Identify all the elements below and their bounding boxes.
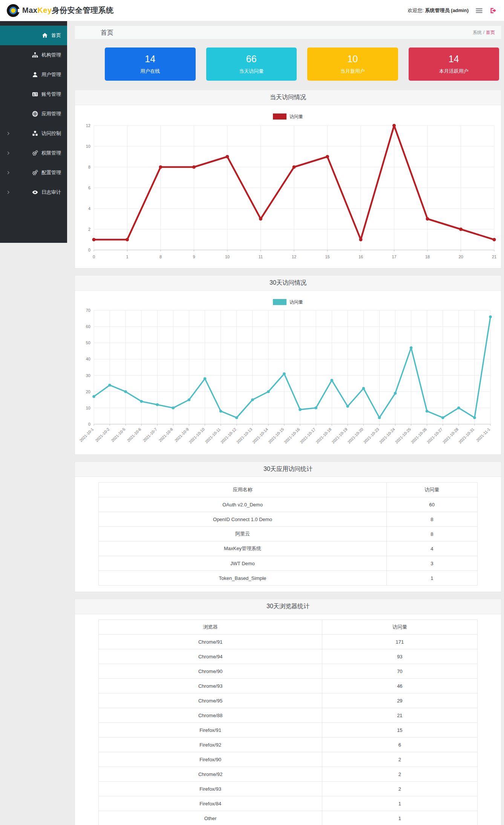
hamburger-icon[interactable] xyxy=(475,7,483,14)
brand: MaxKey身份安全管理系统 xyxy=(7,4,114,17)
svg-text:1: 1 xyxy=(126,255,128,259)
sitemap-icon xyxy=(32,52,38,58)
table-cell: 2 xyxy=(322,782,477,796)
svg-text:2021-10-12: 2021-10-12 xyxy=(220,427,237,445)
chevron-right-icon xyxy=(6,170,11,175)
brand-key: Key xyxy=(37,6,52,14)
table-cell: Firefox/91 xyxy=(99,723,322,738)
table-row: Chrome/9529 xyxy=(99,693,478,708)
stat-card-1: 66当天访问量 xyxy=(206,48,297,81)
svg-text:2021-10-26: 2021-10-26 xyxy=(410,427,428,445)
svg-text:2021-10-15: 2021-10-15 xyxy=(267,427,285,445)
table-row: Chrome/91171 xyxy=(99,635,478,649)
svg-text:2021-10-2: 2021-10-2 xyxy=(94,427,110,443)
brand-max: Max xyxy=(22,6,37,14)
table-cell: Token_Based_Simple xyxy=(99,571,387,586)
sidebar-item-4[interactable]: 应用管理 xyxy=(0,104,67,124)
svg-text:70: 70 xyxy=(86,308,90,313)
table-row: Firefox/926 xyxy=(99,738,478,752)
svg-text:2021-10-5: 2021-10-5 xyxy=(110,427,126,443)
maxkey-logo-icon xyxy=(7,4,20,17)
table-card-browser-stats: 30天浏览器统计 浏览器访问量Chrome/91171Chrome/9493Ch… xyxy=(75,599,501,825)
stat-value: 14 xyxy=(449,54,459,64)
svg-text:21: 21 xyxy=(492,255,496,259)
table-cell: Firefox/84 xyxy=(99,796,322,811)
table-cell: 93 xyxy=(322,649,477,664)
table-cell: 6 xyxy=(322,738,477,752)
table-header-row: 应用名称访问量 xyxy=(99,483,478,497)
sidebar-item-7[interactable]: 配置管理 xyxy=(0,163,67,182)
table-row: Chrome/9346 xyxy=(99,679,478,693)
chart-legend[interactable]: 访问量 xyxy=(75,105,501,122)
table-cell: MaxKey管理系统 xyxy=(99,541,387,556)
svg-text:2021-10-24: 2021-10-24 xyxy=(378,427,396,445)
sidebar-item-label: 日志审计 xyxy=(41,189,61,196)
logout-icon[interactable] xyxy=(490,7,497,14)
sidebar-item-5[interactable]: 访问控制 xyxy=(0,124,67,143)
table-wrap-app-stats: 应用名称访问量OAuth v2.0_Demo60OpenID Connect 1… xyxy=(75,477,501,592)
svg-text:2021-10-18: 2021-10-18 xyxy=(315,427,332,445)
svg-text:0: 0 xyxy=(93,255,95,259)
stat-cards-row: 14用户在线66当天访问量10当月新用户14本月活跃用户 xyxy=(105,48,499,81)
table-cell: Chrome/95 xyxy=(99,693,322,708)
id-card-icon xyxy=(32,91,38,97)
sidebar-item-label: 应用管理 xyxy=(41,110,61,117)
chart-card-today: 当天访问情况 访问量024681012018910111215161718202… xyxy=(75,90,501,268)
legend-swatch-icon xyxy=(273,299,286,305)
sidebar-item-label: 用户管理 xyxy=(41,71,61,78)
table-cell: Firefox/93 xyxy=(99,782,322,796)
stats-table-0: 应用名称访问量OAuth v2.0_Demo60OpenID Connect 1… xyxy=(98,482,478,586)
user-icon xyxy=(32,72,38,78)
sidebar-item-8[interactable]: 日志审计 xyxy=(0,182,67,202)
svg-text:10: 10 xyxy=(225,255,230,259)
legend-label: 访问量 xyxy=(290,299,303,305)
sidebar-item-6[interactable]: 权限管理 xyxy=(0,143,67,163)
table-cell: 21 xyxy=(322,708,477,723)
stat-value: 14 xyxy=(145,54,155,64)
sidebar-item-1[interactable]: 机构管理 xyxy=(0,45,67,65)
chart-legend[interactable]: 访问量 xyxy=(75,291,501,307)
main-content: 首页 系统/首页 14用户在线66当天访问量10当月新用户14本月活跃用户 当天… xyxy=(67,21,504,825)
welcome-text: 欢迎您: 系统管理员 (admin) xyxy=(407,7,469,14)
table-row: Token_Based_Simple1 xyxy=(99,571,478,586)
page-title: 首页 xyxy=(101,28,113,37)
stat-card-2: 10当月新用户 xyxy=(307,48,398,81)
svg-text:10: 10 xyxy=(86,144,90,149)
table-row: MaxKey管理系统4 xyxy=(99,541,478,556)
chart-card-30days: 30天访问情况 访问量0102030405060702021-10-12021-… xyxy=(75,275,501,455)
stat-label: 本月活跃用户 xyxy=(439,68,469,75)
breadcrumb-root[interactable]: 系统 xyxy=(473,30,482,35)
table-row: Firefox/841 xyxy=(99,796,478,811)
table-cell: 15 xyxy=(322,723,477,738)
brand-suffix: 身份安全管理系统 xyxy=(52,6,114,14)
chevron-right-icon xyxy=(6,131,11,136)
svg-text:0: 0 xyxy=(88,248,90,252)
sidebar-item-0[interactable]: 首页 xyxy=(0,26,67,45)
table-cell: 8 xyxy=(386,527,477,541)
sidebar-item-label: 权限管理 xyxy=(41,150,61,156)
welcome-user: 系统管理员 (admin) xyxy=(425,8,469,13)
svg-text:2021-10-20: 2021-10-20 xyxy=(346,427,364,445)
table-cell: 1 xyxy=(322,796,477,811)
sidebar-item-label: 配置管理 xyxy=(41,169,61,176)
svg-text:60: 60 xyxy=(86,324,90,329)
svg-text:50: 50 xyxy=(86,340,90,345)
breadcrumb-separator: / xyxy=(483,30,484,35)
svg-text:17: 17 xyxy=(392,255,396,259)
chart-body-30days: 访问量0102030405060702021-10-12021-10-22021… xyxy=(75,291,501,454)
breadcrumb-current[interactable]: 首页 xyxy=(486,30,495,35)
table-row: Firefox/9115 xyxy=(99,723,478,738)
stat-label: 当月新用户 xyxy=(340,68,365,75)
svg-text:6: 6 xyxy=(88,186,90,190)
sidebar-item-3[interactable]: 账号管理 xyxy=(0,84,67,104)
stat-card-3: 14本月活跃用户 xyxy=(409,48,499,81)
column-header: 应用名称 xyxy=(99,483,387,497)
table-row: Other1 xyxy=(99,811,478,825)
sidebar-item-2[interactable]: 用户管理 xyxy=(0,65,67,84)
svg-text:2021-10-7: 2021-10-7 xyxy=(142,427,158,443)
table-cell: 3 xyxy=(386,556,477,571)
stats-table-1: 浏览器访问量Chrome/91171Chrome/9493Chrome/9070… xyxy=(98,620,478,825)
line-chart-svg: 0246810120189101112151617182021 xyxy=(75,122,501,268)
table-row: Chrome/8821 xyxy=(99,708,478,723)
table-cell: 4 xyxy=(386,541,477,556)
